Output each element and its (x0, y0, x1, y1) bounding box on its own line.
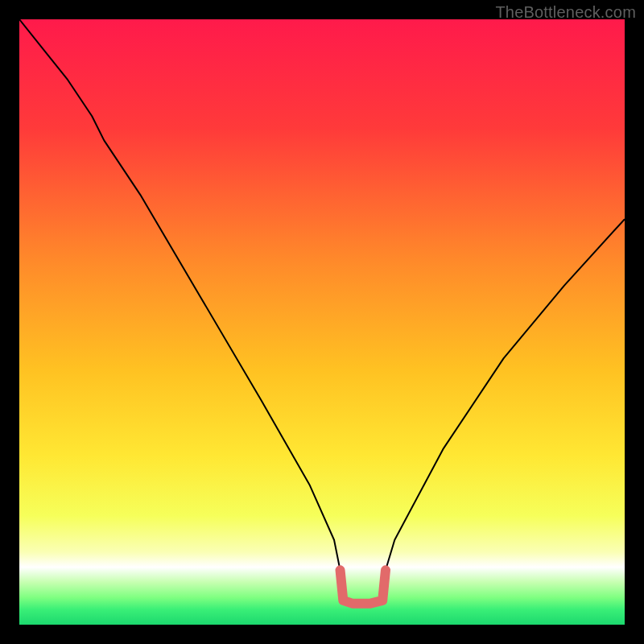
chart-frame: TheBottleneck.com (0, 0, 644, 644)
watermark-text: TheBottleneck.com (495, 3, 636, 22)
chart-svg (19, 19, 625, 625)
plot-area (19, 19, 625, 625)
